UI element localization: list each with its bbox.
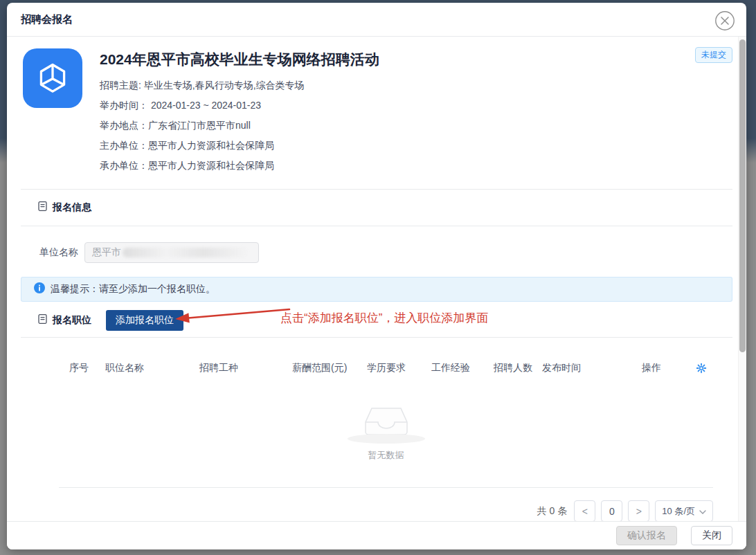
company-name-input: 恩平市 (84, 242, 259, 263)
event-cube-icon (23, 48, 82, 108)
chevron-down-icon (699, 506, 706, 516)
scrollbar-track[interactable] (738, 37, 746, 521)
company-name-label: 单位名称 (39, 246, 78, 259)
notice-bar: 温馨提示：请至少添加一个报名职位。 (21, 277, 732, 302)
registration-dialog: 招聘会报名 2024年恩平市高校毕业生专 (7, 3, 746, 549)
page-size-select[interactable]: 10 条/页 (655, 500, 713, 521)
annotation-text: 点击“添加报名职位”，进入职位添加界面 (280, 310, 488, 326)
event-time: 举办时间： 2024-01-23 ~ 2024-01-23 (100, 95, 379, 116)
event-title: 2024年恩平市高校毕业生专场网络招聘活动 (100, 50, 379, 69)
empty-text: 暂无数据 (368, 449, 404, 462)
scrollbar-thumb[interactable] (739, 39, 746, 352)
event-theme: 招聘主题: 毕业生专场,春风行动专场,综合类专场 (100, 75, 379, 95)
confirm-registration-button[interactable]: 确认报名 (616, 526, 677, 545)
col-index: 序号 (69, 362, 105, 374)
close-dialog-button[interactable] (714, 10, 736, 33)
event-info: 2024年恩平市高校毕业生专场网络招聘活动 招聘主题: 毕业生专场,春风行动专场… (100, 48, 379, 176)
positions-section-header: 报名职位 添加报名职位 点击“添加报名职位”，进入职位添加界面 (7, 302, 746, 337)
form-document-icon (37, 201, 48, 215)
info-icon (34, 282, 45, 296)
col-experience: 工作经验 (431, 362, 494, 374)
col-publish-time: 发布时间 (542, 362, 642, 374)
col-salary-range: 薪酬范围(元) (292, 362, 367, 374)
event-host: 主办单位：恩平市人力资源和社会保障局 (100, 136, 379, 156)
col-education: 学历要求 (367, 362, 431, 374)
column-settings-gear-icon[interactable] (696, 363, 707, 374)
empty-tray-shadow (348, 434, 425, 444)
col-actions: 操作 (642, 362, 696, 374)
close-button[interactable]: 关闭 (691, 526, 732, 545)
pagination-prev-button[interactable]: < (574, 500, 595, 521)
registration-info-section-header: 报名信息 (7, 190, 746, 226)
company-name-row: 单位名称 恩平市 (7, 226, 746, 273)
chevron-left-icon: < (582, 506, 588, 517)
col-headcount: 招聘人数 (494, 362, 542, 374)
notice-text: 温馨提示：请至少添加一个报名职位。 (51, 283, 215, 295)
registration-info-title: 报名信息 (53, 201, 91, 214)
positions-table: 序号 职位名称 招聘工种 薪酬范围(元) 学历要求 工作经验 招聘人数 发布时间… (59, 338, 713, 521)
table-header-row: 序号 职位名称 招聘工种 薪酬范围(元) 学历要求 工作经验 招聘人数 发布时间… (59, 355, 713, 381)
event-organizer: 承办单位：恩平市人力资源和社会保障局 (100, 156, 379, 176)
add-position-button[interactable]: 添加报名职位 (106, 310, 183, 331)
dialog-body: 2024年恩平市高校毕业生专场网络招聘活动 招聘主题: 毕业生专场,春风行动专场… (7, 37, 746, 521)
dimmed-background: 招聘会报名 2024年恩平市高校毕业生专 (0, 0, 756, 555)
event-summary: 2024年恩平市高校毕业生专场网络招聘活动 招聘主题: 毕业生专场,春风行动专场… (7, 37, 746, 176)
col-position-name: 职位名称 (105, 362, 199, 374)
pagination-total: 共 0 条 (537, 505, 568, 518)
dialog-header: 招聘会报名 (7, 3, 746, 37)
page-size-value: 10 条/页 (662, 505, 695, 518)
annotation-arrow (173, 305, 292, 327)
pagination: 共 0 条 < 0 > 10 条/页 (59, 500, 713, 521)
table-empty-state: 暂无数据 (59, 381, 713, 488)
close-icon (714, 23, 735, 33)
company-name-value: 恩平市 (92, 246, 121, 259)
col-job-type: 招聘工种 (199, 362, 292, 374)
redacted-text-blur (123, 248, 247, 257)
chevron-right-icon: > (636, 506, 642, 517)
pagination-page-button[interactable]: 0 (601, 500, 622, 521)
dialog-title: 招聘会报名 (21, 13, 73, 26)
event-location: 举办地点：广东省江门市恩平市null (100, 116, 379, 136)
dialog-footer: 确认报名 关闭 (7, 521, 746, 549)
form-document-icon (37, 313, 48, 327)
pagination-next-button[interactable]: > (628, 500, 649, 521)
status-badge: 未提交 (695, 47, 732, 63)
positions-title: 报名职位 (53, 314, 91, 327)
